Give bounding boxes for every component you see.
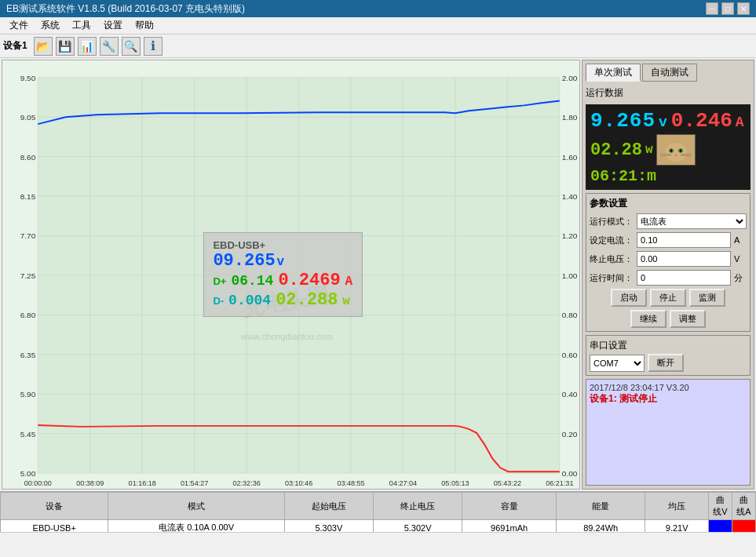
maximize-btn[interactable]: □	[721, 2, 734, 15]
port-select[interactable]: COM7	[590, 355, 645, 372]
col-mode: 模式	[108, 493, 284, 520]
svg-text:03:48:55: 03:48:55	[337, 479, 364, 487]
current-unit: A	[736, 115, 744, 130]
svg-text:04:27:04: 04:27:04	[389, 479, 417, 487]
menu-help[interactable]: 帮助	[129, 17, 160, 34]
power-unit: w	[645, 143, 653, 157]
search-btn[interactable]: 🔍	[122, 37, 141, 56]
time-label: 运行时间：	[590, 272, 634, 284]
menu-tools[interactable]: 工具	[66, 17, 97, 34]
overlay-a-unit: A	[345, 275, 353, 289]
overlay-dminus-label: D-	[213, 295, 224, 307]
port-section: 串口设置 COM7 断开	[586, 335, 751, 376]
title-bar: EB测试系统软件 V1.8.5 (Build 2016-03-07 充电头特别版…	[0, 0, 756, 17]
voltage-row: 终止电压： 0.00 V	[590, 251, 747, 267]
svg-text:0.60: 0.60	[562, 351, 578, 359]
data-table: 设备 模式 起始电压 终止电压 容量 能量 均压 曲线V 曲线A EBD-USB…	[0, 492, 756, 532]
data-overlay: EBD-USB+ 09.265 v D+ 06.14 0.2469 A D- 0…	[203, 232, 363, 317]
svg-text:1.80: 1.80	[562, 113, 578, 122]
cell-mode: 电流表 0.10A 0.00V	[108, 520, 284, 533]
current-value[interactable]: 0.10	[637, 232, 731, 248]
settings-btn[interactable]: 🔧	[100, 37, 119, 56]
svg-text:06:21:31: 06:21:31	[546, 479, 573, 487]
running-data-title: 运行数据	[586, 86, 751, 100]
cell-start-v: 5.303V	[284, 520, 373, 533]
monitor-btn[interactable]: 监测	[689, 289, 725, 307]
param-title: 参数设置	[590, 197, 747, 210]
voltage-value[interactable]: 0.00	[637, 251, 731, 267]
bottom-table-area: 设备 模式 起始电压 终止电压 容量 能量 均压 曲线V 曲线A EBD-USB…	[0, 491, 756, 532]
svg-text:1.20: 1.20	[562, 232, 578, 241]
svg-text:8.60: 8.60	[20, 153, 36, 162]
status-bar	[0, 532, 756, 557]
table-row: EBD-USB+ 电流表 0.10A 0.00V 5.303V 5.302V 9…	[1, 520, 756, 533]
open-btn[interactable]: 📂	[34, 37, 53, 56]
port-row: COM7 断开	[590, 354, 747, 372]
overlay-voltage: 09.265	[213, 251, 275, 271]
voltage-unit: v	[659, 115, 668, 130]
svg-text:2.00: 2.00	[562, 74, 578, 82]
close-btn[interactable]: ✕	[737, 2, 750, 15]
info-btn[interactable]: ℹ	[144, 37, 163, 56]
window-controls[interactable]: ─ □ ✕	[706, 2, 750, 15]
time-row: 运行时间： 0 分	[590, 270, 747, 286]
tab-auto[interactable]: 自动测试	[642, 64, 697, 82]
col-avg-v: 均压	[645, 493, 709, 520]
status-log: 2017/12/8 23:04:17 V3.20 设备1: 测试停止	[586, 379, 751, 486]
svg-text:01:16:18: 01:16:18	[129, 479, 156, 487]
chart-btn[interactable]: 📊	[78, 37, 97, 56]
cell-end-v: 5.302V	[373, 520, 462, 533]
svg-text:7.25: 7.25	[20, 271, 36, 280]
start-btn[interactable]: 启动	[611, 289, 647, 307]
save-btn[interactable]: 💾	[56, 37, 75, 56]
svg-text:05:43:22: 05:43:22	[494, 479, 521, 487]
svg-text:03:10:46: 03:10:46	[285, 479, 312, 487]
menu-bar: 文件 系统 工具 设置 帮助	[0, 17, 756, 35]
disconnect-btn[interactable]: 断开	[648, 354, 684, 372]
cell-capacity: 9691mAh	[462, 520, 557, 533]
time-value[interactable]: 0	[637, 270, 731, 286]
svg-text:9.05: 9.05	[20, 113, 36, 122]
svg-text:0.00: 0.00	[562, 469, 578, 478]
app-title: EB测试系统软件 V1.8.5 (Build 2016-03-07 充电头特别版…	[6, 2, 245, 16]
overlay-dplus-val: 06.14	[231, 273, 273, 289]
cell-curve-v	[709, 520, 732, 533]
stop-btn[interactable]: 停止	[650, 289, 686, 307]
btn-row-2: 继续 调整	[590, 310, 747, 328]
menu-file[interactable]: 文件	[3, 17, 35, 34]
svg-text:1.60: 1.60	[562, 153, 578, 162]
minimize-btn[interactable]: ─	[706, 2, 718, 15]
voltage-display: 9.265	[590, 109, 656, 133]
svg-text:05:05:13: 05:05:13	[441, 479, 469, 487]
col-capacity: 容量	[462, 493, 557, 520]
mode-select[interactable]: 电流表	[637, 213, 747, 229]
svg-text:8.15: 8.15	[20, 192, 36, 201]
time-unit: 分	[734, 272, 747, 284]
col-end-v: 终止电压	[373, 493, 462, 520]
chart-area: EB Tester Software [V] [A] ZKETECH	[2, 60, 580, 490]
svg-text:5.45: 5.45	[20, 430, 36, 439]
adjust-btn[interactable]: 调整	[670, 310, 706, 328]
main-area: EB Tester Software [V] [A] ZKETECH	[0, 58, 756, 491]
current-display: 0.246	[671, 109, 732, 133]
continue-btn[interactable]: 继续	[630, 310, 667, 328]
current-label: 设定电流：	[590, 235, 634, 246]
cell-energy: 89.24Wh	[557, 520, 645, 533]
voltage-label: 终止电压：	[590, 253, 634, 265]
svg-text:0.40: 0.40	[562, 390, 578, 399]
tabs-row: 单次测试 自动测试	[586, 64, 751, 82]
col-energy: 能量	[557, 493, 645, 520]
menu-system[interactable]: 系统	[35, 17, 66, 34]
menu-settings[interactable]: 设置	[97, 17, 129, 34]
svg-text:1.00: 1.00	[562, 271, 578, 280]
current-unit: A	[734, 235, 747, 245]
toolbar: 设备1 📂 💾 📊 🔧 🔍 ℹ	[0, 35, 756, 58]
svg-point-66	[680, 149, 681, 153]
mode-row: 运行模式： 电流表	[590, 213, 747, 229]
svg-text:6.35: 6.35	[20, 351, 36, 359]
current-row: 设定电流： 0.10 A	[590, 232, 747, 248]
tab-single[interactable]: 单次测试	[586, 64, 641, 82]
device-label: 设备1	[3, 39, 27, 53]
overlay-current: 0.2469	[278, 271, 340, 290]
svg-text:0.80: 0.80	[562, 311, 578, 319]
